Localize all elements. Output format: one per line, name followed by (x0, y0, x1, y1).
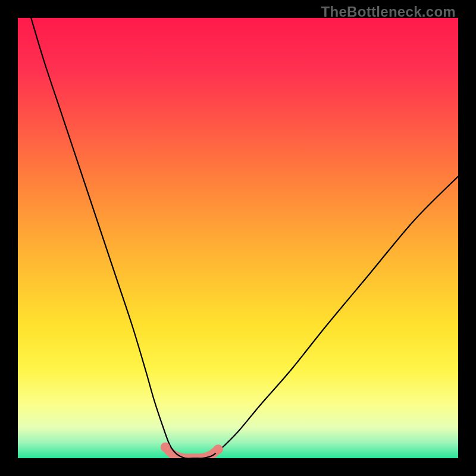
gradient-background (18, 18, 458, 458)
gradient-rect (18, 18, 458, 458)
plot-area (18, 18, 458, 458)
stage: TheBottleneck.com (0, 0, 476, 476)
